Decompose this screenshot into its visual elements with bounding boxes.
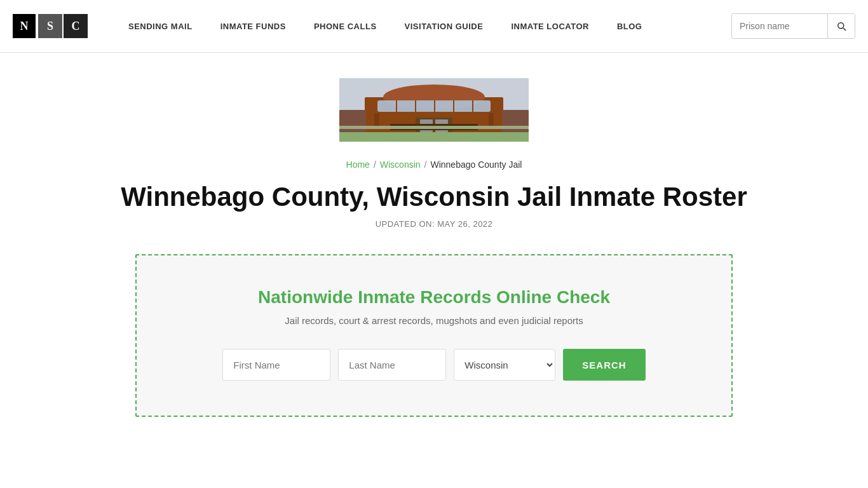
page-title: Winnebago County, Wisconsin Jail Inmate …	[121, 181, 747, 213]
widget-subtitle: Jail records, court & arrest records, mu…	[175, 315, 693, 326]
breadcrumb-current: Winnebago County Jail	[430, 159, 522, 170]
search-button[interactable]: SEARCH	[563, 349, 645, 381]
main-content: NSCORRECTIONS.COM Home / Wisconsin / Win…	[0, 53, 868, 455]
nav-blog[interactable]: BLOG	[603, 0, 656, 53]
updated-date: UPDATED ON: MAY 26, 2022	[376, 219, 493, 229]
breadcrumb-state[interactable]: Wisconsin	[380, 159, 421, 170]
widget-form: AlabamaAlaskaArizonaArkansasCaliforniaCo…	[175, 349, 693, 381]
first-name-input[interactable]	[222, 349, 330, 381]
header: N S C SENDING MAIL INMATE FUNDS PHONE CA…	[0, 0, 868, 53]
svg-rect-19	[339, 126, 529, 129]
nav-phone-calls[interactable]: PHONE CALLS	[300, 0, 391, 53]
logo-n: N	[13, 14, 37, 38]
nav-sending-mail[interactable]: SENDING MAIL	[114, 0, 207, 53]
breadcrumb: Home / Wisconsin / Winnebago County Jail	[346, 159, 522, 170]
prison-search-input[interactable]	[732, 14, 827, 38]
nav-inmate-funds[interactable]: INMATE FUNDS	[207, 0, 300, 53]
last-name-input[interactable]	[338, 349, 446, 381]
nav-inmate-locator[interactable]: INMATE LOCATOR	[497, 0, 603, 53]
search-icon	[836, 20, 847, 32]
breadcrumb-sep-1: /	[374, 159, 376, 170]
widget-title: Nationwide Inmate Records Online Check	[175, 287, 693, 308]
state-select[interactable]: AlabamaAlaskaArizonaArkansasCaliforniaCo…	[454, 349, 555, 381]
breadcrumb-sep-2: /	[424, 159, 427, 170]
building-image: NSCORRECTIONS.COM	[339, 78, 529, 142]
logo-c: C	[64, 14, 88, 38]
logo[interactable]: N S C	[13, 14, 89, 38]
inmate-search-widget: Nationwide Inmate Records Online Check J…	[135, 254, 733, 417]
main-nav: SENDING MAIL INMATE FUNDS PHONE CALLS VI…	[114, 0, 731, 53]
prison-search-bar	[731, 13, 855, 39]
breadcrumb-home[interactable]: Home	[346, 159, 370, 170]
prison-search-button[interactable]	[827, 14, 855, 38]
nav-visitation-guide[interactable]: VISITATION GUIDE	[391, 0, 498, 53]
logo-s: S	[38, 14, 62, 38]
